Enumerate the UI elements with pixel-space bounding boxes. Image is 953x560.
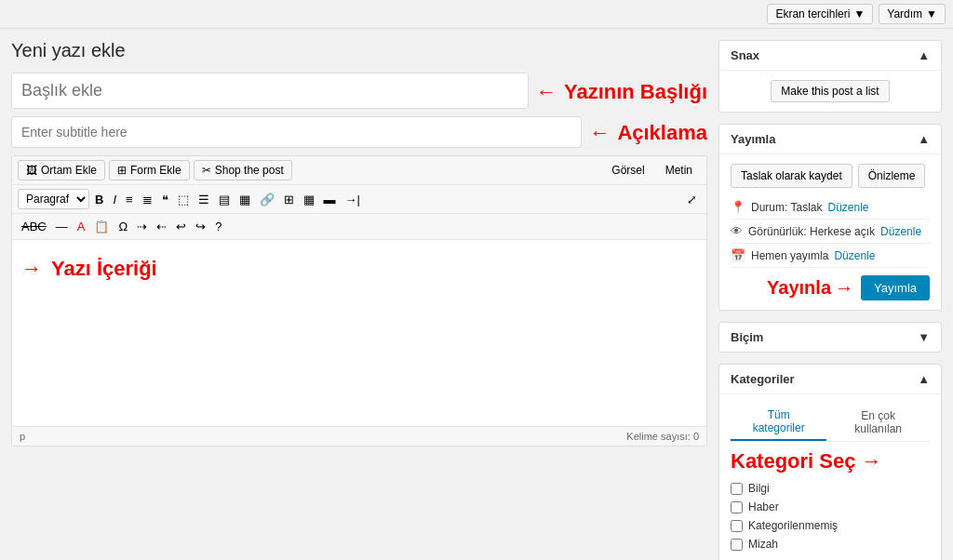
align-right-button[interactable]: ▤: [215, 191, 234, 208]
paste-text-button[interactable]: 📋: [90, 218, 113, 235]
bold-button[interactable]: B: [91, 191, 107, 208]
snax-content: Make this post a list: [719, 71, 941, 112]
tab-popular-categories[interactable]: En çok kullanılan: [826, 404, 930, 441]
bilgi-checkbox[interactable]: [731, 483, 743, 495]
help-fmt-button[interactable]: ?: [211, 218, 225, 235]
content-area: Yeni yazı ekle ← Yazının Başlığı ← Açıkl…: [11, 40, 707, 560]
content-annotation: → Yazı İçeriği: [21, 257, 697, 281]
help-button[interactable]: Yardım ▼: [879, 4, 946, 24]
screen-options-label: Ekran tercihleri: [775, 7, 850, 20]
gorsel-tab[interactable]: Görsel: [603, 160, 652, 180]
chevron-down-icon: ▼: [926, 7, 937, 20]
editor-body[interactable]: → Yazı İçeriği: [12, 240, 706, 426]
align-left-button[interactable]: ⬚: [174, 191, 193, 208]
kategoriler-header: Kategoriler ▲: [719, 365, 941, 394]
snax-panel: Snax ▲ Make this post a list: [718, 40, 942, 113]
bicim-title: Biçim: [731, 330, 763, 344]
tab-all-categories[interactable]: Tüm kategoriler: [731, 404, 826, 441]
visibility-edit-link[interactable]: Düzenle: [880, 225, 921, 238]
editor-tabs: Görsel Metin: [603, 160, 701, 180]
form-icon: ⊞: [117, 164, 127, 177]
font-color-button[interactable]: A: [74, 218, 89, 235]
subtitle-input[interactable]: [11, 116, 582, 148]
list-item: Haber: [731, 498, 930, 516]
ol-button[interactable]: ≣: [139, 191, 156, 208]
kategori-annotation-text: Kategori Seç: [731, 449, 856, 473]
publish-btn-row: Yayınla → Yayımla: [731, 275, 930, 300]
format-toolbar-row2: ABC — A 📋 Ω ⇢ ⇠ ↩ ↪ ?: [12, 214, 706, 240]
save-draft-button[interactable]: Taslak olarak kaydet: [731, 164, 852, 188]
align-justify-button[interactable]: ▦: [235, 191, 254, 208]
visibility-icon: 👁: [731, 224, 743, 238]
preview-button[interactable]: Önizleme: [858, 164, 926, 188]
schedule-edit-link[interactable]: Düzenle: [834, 249, 875, 262]
shop-icon: ✂: [202, 164, 211, 177]
ul-button[interactable]: ≡: [122, 191, 137, 208]
mizah-checkbox[interactable]: [731, 539, 743, 551]
sidebar: Snax ▲ Make this post a list Yayımla ▲ T…: [718, 40, 942, 560]
snax-header: Snax ▲: [719, 41, 941, 71]
screen-options-button[interactable]: Ekran tercihleri ▼: [767, 4, 873, 24]
metin-tab[interactable]: Metin: [657, 160, 701, 180]
link-button[interactable]: 🔗: [256, 191, 278, 208]
editor-top-left: 🖼 Ortam Ekle ⊞ Form Ekle ✂ Shop the post: [18, 160, 292, 180]
table-button[interactable]: ⊞: [280, 191, 298, 208]
form-label: Form Ekle: [130, 164, 181, 177]
publish-action-row: Taslak olarak kaydet Önizleme: [731, 164, 930, 188]
status-bar: p Kelime sayısı: 0: [12, 426, 706, 446]
yayimla-button[interactable]: Yayımla: [861, 275, 930, 300]
schedule-label: Hemen yayımla: [751, 249, 828, 262]
make-list-button[interactable]: Make this post a list: [771, 80, 889, 102]
special-char-button[interactable]: Ω: [114, 218, 131, 235]
word-count: Kelime sayısı: 0: [626, 431, 699, 442]
haber-label: Haber: [748, 500, 779, 513]
subtitle-annotation-text: Açıklama: [617, 121, 707, 145]
list-item: Kategorilenmemiş: [731, 516, 930, 535]
hr-button[interactable]: ▬: [320, 191, 340, 208]
category-list: Bilgi Haber Kategorilenmemiş Mizah: [731, 479, 930, 553]
form-ekle-button[interactable]: ⊞ Form Ekle: [109, 160, 190, 180]
kategori-tabs: Tüm kategoriler En çok kullanılan: [731, 404, 930, 442]
main-layout: Yeni yazı ekle ← Yazının Başlığı ← Açıkl…: [0, 29, 953, 560]
ortam-label: Ortam Ekle: [41, 164, 97, 177]
yayinla-annotation: Yayınla →: [767, 277, 853, 299]
kategori-arrow: →: [862, 449, 882, 473]
status-edit-link[interactable]: Düzenle: [827, 201, 868, 214]
editor-toolbar-top: 🖼 Ortam Ekle ⊞ Form Ekle ✂ Shop the post…: [12, 156, 706, 185]
subtitle-arrow: ←: [589, 121, 610, 145]
editor-wrapper: 🖼 Ortam Ekle ⊞ Form Ekle ✂ Shop the post…: [11, 155, 707, 447]
bilgi-label: Bilgi: [748, 482, 770, 495]
help-label: Yardım: [887, 7, 922, 20]
italic-button[interactable]: I: [109, 191, 120, 208]
kategorilenmemis-checkbox[interactable]: [731, 520, 743, 532]
top-bar: Ekran tercihleri ▼ Yardım ▼: [0, 0, 953, 29]
bicim-header: Biçim ▼: [719, 323, 941, 352]
rtl-button[interactable]: ⇢: [133, 218, 151, 235]
title-annotation-text: Yazının Başlığı: [564, 80, 707, 104]
grid-button[interactable]: ▦: [300, 191, 318, 208]
undo-button[interactable]: ↩: [172, 218, 190, 235]
ltr-button[interactable]: ⇠: [153, 218, 170, 235]
list-item: Bilgi: [731, 479, 930, 498]
kategorilenmemis-label: Kategorilenmemiş: [748, 519, 838, 532]
ortam-ekle-button[interactable]: 🖼 Ortam Ekle: [18, 160, 105, 180]
media-icon: 🖼: [26, 164, 37, 177]
fullscreen-button[interactable]: ⤢: [683, 191, 701, 208]
indent-button[interactable]: →|: [342, 191, 364, 208]
shop-button[interactable]: ✂ Shop the post: [194, 160, 292, 180]
redo-button[interactable]: ↪: [192, 218, 209, 235]
blockquote-button[interactable]: ❝: [158, 191, 172, 208]
hr-line-button[interactable]: —: [52, 218, 72, 235]
haber-checkbox[interactable]: [731, 501, 743, 513]
status-icon: 📍: [731, 200, 745, 214]
schedule-icon: 📅: [731, 248, 745, 262]
kategoriler-collapse-icon: ▲: [918, 372, 930, 386]
schedule-row: 📅 Hemen yayımla Düzenle: [731, 244, 930, 268]
mizah-label: Mizah: [748, 538, 778, 551]
align-center-button[interactable]: ☰: [195, 191, 213, 208]
yayinla-arrow: →: [835, 277, 853, 299]
title-input[interactable]: [11, 73, 529, 109]
strikethrough-button[interactable]: ABC: [18, 218, 50, 235]
paragraph-select[interactable]: Paragraf: [18, 189, 89, 209]
publish-content: Taslak olarak kaydet Önizleme 📍 Durum: T…: [719, 154, 941, 310]
